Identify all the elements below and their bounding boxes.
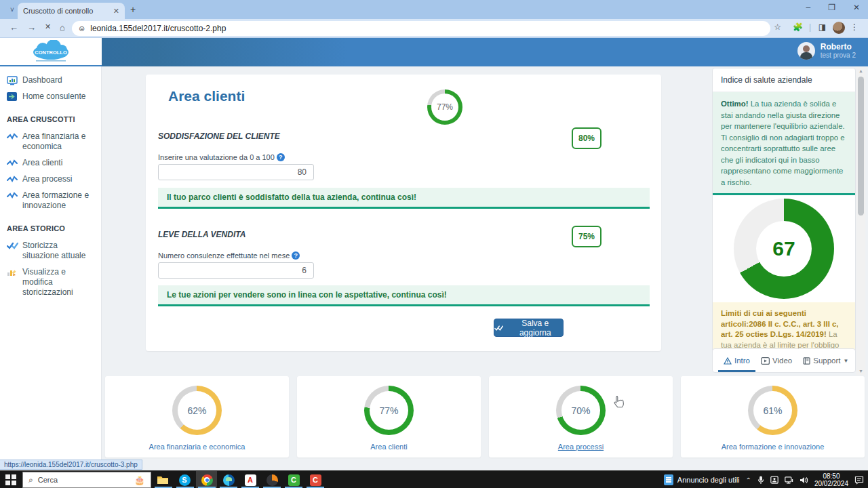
tab-close-icon[interactable]: ✕: [113, 7, 119, 16]
app-logo[interactable]: CONTROLLO: [0, 38, 102, 66]
site-settings-icon[interactable]: ⊜: [79, 24, 85, 33]
cake-icon: 🎂: [134, 475, 145, 485]
card-link-processi[interactable]: Area processi: [489, 443, 673, 451]
leve-message: Le tue azioni per vendere sono in linea …: [158, 285, 650, 306]
scrollbar-thumb[interactable]: [858, 77, 864, 216]
tab-video[interactable]: Video: [755, 349, 797, 372]
back-icon[interactable]: ←: [9, 22, 18, 33]
pulse-chart-icon: [7, 131, 18, 142]
book-icon: [803, 357, 810, 365]
network-icon[interactable]: [785, 476, 793, 484]
chrome-icon[interactable]: [200, 473, 214, 487]
help-tabs: Intro Video Support ▼: [712, 348, 856, 373]
tab-search-chevron-icon[interactable]: ˅: [5, 5, 19, 16]
card-link-formazione[interactable]: Area formazione e innovazione: [681, 443, 865, 451]
sidebar-item-label: Area processi: [22, 174, 72, 184]
news-widget[interactable]: Annuncio degli utili: [664, 474, 740, 485]
card-link-clienti[interactable]: Area clienti: [297, 443, 481, 451]
sidebar-item-storicizza[interactable]: Storicizza situazione attuale: [7, 241, 96, 261]
dashboard-monitor-icon: [7, 75, 18, 85]
enter-arrow-icon: [7, 92, 18, 102]
browser-tab[interactable]: Cruscotto di controllo ✕: [18, 3, 125, 19]
bookmark-star-icon[interactable]: ☆: [774, 22, 781, 32]
red-c-app-icon[interactable]: C: [309, 473, 322, 487]
edge-icon[interactable]: [222, 473, 235, 487]
scroll-up-icon[interactable]: ▲: [856, 66, 865, 75]
donut-percent-label: 62%: [187, 405, 206, 416]
user-menu[interactable]: Roberto test prova 2: [797, 42, 856, 60]
card-area-processi: 70% Area processi: [489, 376, 673, 458]
health-index-panel: Indice di salute aziendale Ottimo! La tu…: [712, 68, 856, 369]
tab-support[interactable]: Support ▼: [797, 349, 854, 372]
teams-tray-icon[interactable]: [770, 476, 778, 484]
chevron-down-icon: ▼: [844, 358, 849, 364]
sidebar-item-area-processi[interactable]: Area processi: [7, 174, 96, 184]
window-maximize-button[interactable]: ❐: [828, 3, 835, 12]
status-link-bubble: https://leonida.155del2017.it/cruscotto-…: [0, 460, 142, 470]
consulenze-input[interactable]: [158, 262, 314, 279]
window-minimize-button[interactable]: –: [806, 3, 810, 12]
sidebar-item-visualizza[interactable]: Visualizza e modifica storicizzazioni: [7, 267, 96, 298]
donut-percent-label: 70%: [571, 405, 590, 416]
save-button[interactable]: Salva e aggiorna: [494, 319, 564, 337]
extensions-puzzle-icon[interactable]: 🧩: [793, 22, 803, 32]
screen: ˅ Cruscotto di controllo ✕ + – ❐ ✕ ← → ✕…: [0, 0, 868, 488]
sidebar-item-area-clienti[interactable]: Area clienti: [7, 158, 96, 168]
area-clienti-panel: Area clienti 77% SODDISFAZIONE DEL CLIEN…: [146, 75, 661, 351]
url-bar[interactable]: ⊜ leonida.155del2017.it/cruscotto-2.php: [72, 21, 770, 36]
help-icon[interactable]: ?: [292, 251, 300, 260]
speaker-icon[interactable]: [800, 476, 808, 484]
card-link-finanziaria[interactable]: Area finanziaria e economica: [105, 443, 289, 451]
sidebar-item-label: Area finanziaria e economica: [22, 131, 96, 152]
sidebar: Dashboard Home consulente AREA CRUSCOTTI…: [0, 66, 102, 460]
taskbar-clock[interactable]: 08:50 20/02/2024: [814, 472, 848, 487]
consulenze-label: Numero consulenze effettuate nel mese ?: [158, 251, 300, 260]
section-heading-soddisfazione: SODDISFAZIONE DEL CLIENTE: [158, 131, 280, 141]
browser-toolbar: ← → ✕ ⌂ ⊜ leonida.155del2017.it/cruscott…: [0, 19, 868, 38]
new-tab-button[interactable]: +: [130, 4, 136, 15]
processi-donut: 70%: [556, 386, 606, 435]
tab-intro[interactable]: Intro: [718, 349, 755, 372]
sidebar-item-home-consulente[interactable]: Home consulente: [7, 92, 96, 102]
health-score-gauge: 67: [734, 199, 834, 299]
browser-profile-avatar[interactable]: [833, 22, 845, 34]
sidebar-item-dashboard[interactable]: Dashboard: [7, 75, 96, 85]
side-panel-icon[interactable]: ◨: [818, 22, 826, 32]
sidebar-item-area-finanziaria[interactable]: Area finanziaria e economica: [7, 131, 96, 152]
section-heading-leve: LEVE DELLA VENDITA: [158, 230, 245, 239]
svg-text:CONTROLLO: CONTROLLO: [35, 49, 67, 56]
edit-chart-icon: [7, 267, 18, 277]
donut-percent-label: 77%: [437, 102, 453, 112]
start-button[interactable]: [5, 474, 16, 485]
home-icon[interactable]: ⌂: [60, 22, 65, 33]
mouse-cursor-hand: [612, 395, 625, 409]
sidebar-section-storico: AREA STORICO: [7, 224, 96, 232]
warning-triangle-icon: [724, 357, 732, 365]
taskbar: ⌕ Cerca 🎂 S A C: [0, 470, 868, 488]
acrobat-icon[interactable]: A: [243, 473, 257, 487]
sidebar-item-label: Area clienti: [22, 158, 62, 168]
window-close-button[interactable]: ✕: [853, 3, 860, 12]
tray-expand-icon[interactable]: ⌃: [746, 476, 751, 484]
stop-icon[interactable]: ✕: [45, 22, 51, 31]
card-area-finanziaria: 62% Area finanziaria e economica: [105, 376, 289, 458]
notification-center-icon[interactable]: [854, 476, 864, 485]
cloud-logo-icon: CONTROLLO: [22, 40, 79, 63]
sidebar-section-cruscotti: AREA CRUSCOTTI: [7, 115, 96, 123]
camtasia-icon[interactable]: C: [287, 473, 300, 487]
forward-icon[interactable]: →: [27, 22, 36, 33]
sidebar-item-label: Home consulente: [22, 92, 85, 102]
file-explorer-icon[interactable]: [156, 473, 170, 487]
menu-dots-icon[interactable]: ⋮: [850, 22, 859, 32]
skype-icon[interactable]: S: [178, 473, 191, 487]
sidebar-item-area-formazione[interactable]: Area formazione e innovazione: [7, 190, 96, 211]
taskbar-search[interactable]: ⌕ Cerca 🎂: [22, 472, 151, 488]
valutazione-input[interactable]: [158, 164, 314, 180]
scroll-down-icon[interactable]: ▼: [856, 367, 865, 375]
orange-dark-app-icon[interactable]: [265, 473, 279, 487]
donut-percent-label: 77%: [379, 405, 398, 416]
help-icon[interactable]: ?: [277, 153, 285, 161]
scrollbar[interactable]: ▲ ▼: [856, 66, 865, 375]
pulse-chart-icon: [7, 190, 18, 201]
microphone-icon[interactable]: [757, 476, 764, 485]
